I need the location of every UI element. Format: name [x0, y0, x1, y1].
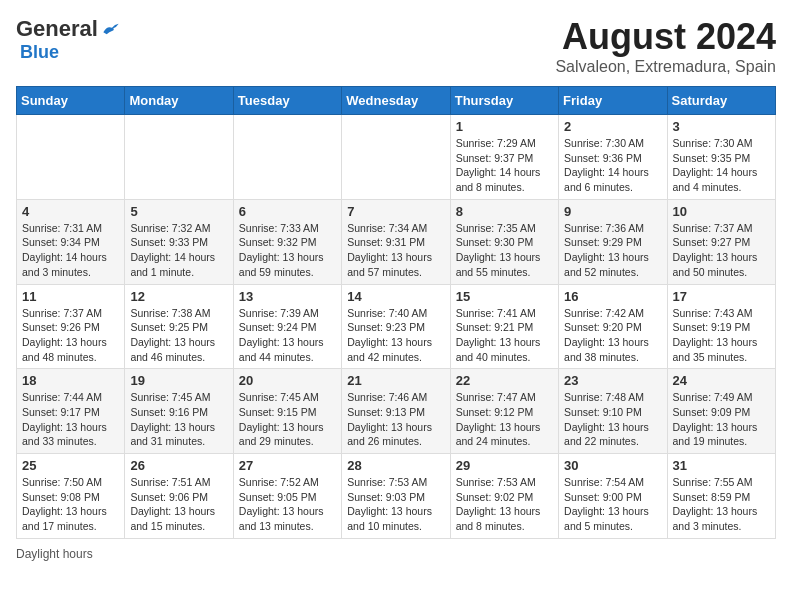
- day-info: Sunrise: 7:44 AM Sunset: 9:17 PM Dayligh…: [22, 390, 119, 449]
- day-info: Sunrise: 7:55 AM Sunset: 8:59 PM Dayligh…: [673, 475, 770, 534]
- day-number: 7: [347, 204, 444, 219]
- day-info: Sunrise: 7:30 AM Sunset: 9:35 PM Dayligh…: [673, 136, 770, 195]
- day-of-week-header: Wednesday: [342, 87, 450, 115]
- day-number: 16: [564, 289, 661, 304]
- calendar-cell: 26Sunrise: 7:51 AM Sunset: 9:06 PM Dayli…: [125, 454, 233, 539]
- day-info: Sunrise: 7:37 AM Sunset: 9:27 PM Dayligh…: [673, 221, 770, 280]
- calendar-cell: 25Sunrise: 7:50 AM Sunset: 9:08 PM Dayli…: [17, 454, 125, 539]
- day-info: Sunrise: 7:36 AM Sunset: 9:29 PM Dayligh…: [564, 221, 661, 280]
- day-number: 9: [564, 204, 661, 219]
- day-info: Sunrise: 7:39 AM Sunset: 9:24 PM Dayligh…: [239, 306, 336, 365]
- calendar-cell: 21Sunrise: 7:46 AM Sunset: 9:13 PM Dayli…: [342, 369, 450, 454]
- days-of-week-row: SundayMondayTuesdayWednesdayThursdayFrid…: [17, 87, 776, 115]
- calendar-cell: 13Sunrise: 7:39 AM Sunset: 9:24 PM Dayli…: [233, 284, 341, 369]
- calendar-week-row: 11Sunrise: 7:37 AM Sunset: 9:26 PM Dayli…: [17, 284, 776, 369]
- day-of-week-header: Sunday: [17, 87, 125, 115]
- day-info: Sunrise: 7:46 AM Sunset: 9:13 PM Dayligh…: [347, 390, 444, 449]
- day-info: Sunrise: 7:31 AM Sunset: 9:34 PM Dayligh…: [22, 221, 119, 280]
- day-info: Sunrise: 7:51 AM Sunset: 9:06 PM Dayligh…: [130, 475, 227, 534]
- day-number: 14: [347, 289, 444, 304]
- day-number: 10: [673, 204, 770, 219]
- day-of-week-header: Saturday: [667, 87, 775, 115]
- day-info: Sunrise: 7:33 AM Sunset: 9:32 PM Dayligh…: [239, 221, 336, 280]
- day-number: 12: [130, 289, 227, 304]
- day-number: 18: [22, 373, 119, 388]
- calendar-week-row: 4Sunrise: 7:31 AM Sunset: 9:34 PM Daylig…: [17, 199, 776, 284]
- calendar-week-row: 1Sunrise: 7:29 AM Sunset: 9:37 PM Daylig…: [17, 115, 776, 200]
- day-number: 28: [347, 458, 444, 473]
- day-info: Sunrise: 7:49 AM Sunset: 9:09 PM Dayligh…: [673, 390, 770, 449]
- day-number: 24: [673, 373, 770, 388]
- day-of-week-header: Thursday: [450, 87, 558, 115]
- day-number: 26: [130, 458, 227, 473]
- calendar-cell: 2Sunrise: 7:30 AM Sunset: 9:36 PM Daylig…: [559, 115, 667, 200]
- calendar-cell: 18Sunrise: 7:44 AM Sunset: 9:17 PM Dayli…: [17, 369, 125, 454]
- calendar-week-row: 25Sunrise: 7:50 AM Sunset: 9:08 PM Dayli…: [17, 454, 776, 539]
- day-info: Sunrise: 7:40 AM Sunset: 9:23 PM Dayligh…: [347, 306, 444, 365]
- calendar-cell: 14Sunrise: 7:40 AM Sunset: 9:23 PM Dayli…: [342, 284, 450, 369]
- calendar-cell: 8Sunrise: 7:35 AM Sunset: 9:30 PM Daylig…: [450, 199, 558, 284]
- day-number: 2: [564, 119, 661, 134]
- day-number: 25: [22, 458, 119, 473]
- calendar-cell: 7Sunrise: 7:34 AM Sunset: 9:31 PM Daylig…: [342, 199, 450, 284]
- logo-blue-text: Blue: [20, 42, 59, 63]
- calendar-cell: 10Sunrise: 7:37 AM Sunset: 9:27 PM Dayli…: [667, 199, 775, 284]
- day-info: Sunrise: 7:54 AM Sunset: 9:00 PM Dayligh…: [564, 475, 661, 534]
- subtitle: Salvaleon, Extremadura, Spain: [555, 58, 776, 76]
- footer: Daylight hours: [16, 547, 776, 561]
- day-number: 3: [673, 119, 770, 134]
- logo-bird-icon: [100, 19, 120, 39]
- day-info: Sunrise: 7:29 AM Sunset: 9:37 PM Dayligh…: [456, 136, 553, 195]
- calendar-cell: [342, 115, 450, 200]
- day-of-week-header: Tuesday: [233, 87, 341, 115]
- day-info: Sunrise: 7:34 AM Sunset: 9:31 PM Dayligh…: [347, 221, 444, 280]
- logo: General Blue: [16, 16, 120, 63]
- calendar-cell: 31Sunrise: 7:55 AM Sunset: 8:59 PM Dayli…: [667, 454, 775, 539]
- calendar-cell: 9Sunrise: 7:36 AM Sunset: 9:29 PM Daylig…: [559, 199, 667, 284]
- day-number: 15: [456, 289, 553, 304]
- calendar-cell: 23Sunrise: 7:48 AM Sunset: 9:10 PM Dayli…: [559, 369, 667, 454]
- day-of-week-header: Monday: [125, 87, 233, 115]
- calendar-cell: 30Sunrise: 7:54 AM Sunset: 9:00 PM Dayli…: [559, 454, 667, 539]
- day-info: Sunrise: 7:30 AM Sunset: 9:36 PM Dayligh…: [564, 136, 661, 195]
- calendar-cell: 17Sunrise: 7:43 AM Sunset: 9:19 PM Dayli…: [667, 284, 775, 369]
- day-number: 13: [239, 289, 336, 304]
- day-number: 1: [456, 119, 553, 134]
- calendar-cell: 19Sunrise: 7:45 AM Sunset: 9:16 PM Dayli…: [125, 369, 233, 454]
- logo-general-text: General: [16, 16, 98, 42]
- day-info: Sunrise: 7:42 AM Sunset: 9:20 PM Dayligh…: [564, 306, 661, 365]
- day-info: Sunrise: 7:37 AM Sunset: 9:26 PM Dayligh…: [22, 306, 119, 365]
- calendar-cell: 12Sunrise: 7:38 AM Sunset: 9:25 PM Dayli…: [125, 284, 233, 369]
- day-info: Sunrise: 7:53 AM Sunset: 9:02 PM Dayligh…: [456, 475, 553, 534]
- day-info: Sunrise: 7:53 AM Sunset: 9:03 PM Dayligh…: [347, 475, 444, 534]
- calendar-cell: 28Sunrise: 7:53 AM Sunset: 9:03 PM Dayli…: [342, 454, 450, 539]
- day-info: Sunrise: 7:45 AM Sunset: 9:16 PM Dayligh…: [130, 390, 227, 449]
- calendar-cell: 20Sunrise: 7:45 AM Sunset: 9:15 PM Dayli…: [233, 369, 341, 454]
- day-number: 30: [564, 458, 661, 473]
- title-area: August 2024 Salvaleon, Extremadura, Spai…: [555, 16, 776, 76]
- calendar-cell: 16Sunrise: 7:42 AM Sunset: 9:20 PM Dayli…: [559, 284, 667, 369]
- daylight-hours-label: Daylight hours: [16, 547, 93, 561]
- calendar-cell: 6Sunrise: 7:33 AM Sunset: 9:32 PM Daylig…: [233, 199, 341, 284]
- day-number: 31: [673, 458, 770, 473]
- day-number: 4: [22, 204, 119, 219]
- day-info: Sunrise: 7:47 AM Sunset: 9:12 PM Dayligh…: [456, 390, 553, 449]
- day-number: 21: [347, 373, 444, 388]
- day-info: Sunrise: 7:38 AM Sunset: 9:25 PM Dayligh…: [130, 306, 227, 365]
- main-title: August 2024: [555, 16, 776, 58]
- calendar-cell: 24Sunrise: 7:49 AM Sunset: 9:09 PM Dayli…: [667, 369, 775, 454]
- day-of-week-header: Friday: [559, 87, 667, 115]
- day-number: 17: [673, 289, 770, 304]
- calendar-cell: 1Sunrise: 7:29 AM Sunset: 9:37 PM Daylig…: [450, 115, 558, 200]
- day-number: 6: [239, 204, 336, 219]
- day-number: 5: [130, 204, 227, 219]
- calendar-header: SundayMondayTuesdayWednesdayThursdayFrid…: [17, 87, 776, 115]
- day-info: Sunrise: 7:52 AM Sunset: 9:05 PM Dayligh…: [239, 475, 336, 534]
- day-number: 11: [22, 289, 119, 304]
- calendar-cell: 29Sunrise: 7:53 AM Sunset: 9:02 PM Dayli…: [450, 454, 558, 539]
- calendar-table: SundayMondayTuesdayWednesdayThursdayFrid…: [16, 86, 776, 539]
- header: General Blue August 2024 Salvaleon, Extr…: [16, 16, 776, 76]
- day-number: 19: [130, 373, 227, 388]
- day-number: 20: [239, 373, 336, 388]
- day-info: Sunrise: 7:50 AM Sunset: 9:08 PM Dayligh…: [22, 475, 119, 534]
